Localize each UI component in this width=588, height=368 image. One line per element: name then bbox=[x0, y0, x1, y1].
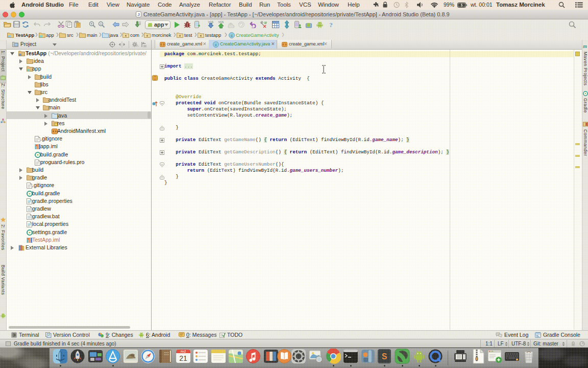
svg-text:21: 21 bbox=[179, 354, 187, 362]
svg-text:?: ? bbox=[329, 21, 333, 28]
svg-text:PAŹ: PAŹ bbox=[181, 350, 186, 353]
svg-text:A: A bbox=[100, 22, 102, 26]
svg-text:S: S bbox=[382, 352, 387, 361]
svg-text:c: c bbox=[215, 42, 217, 47]
svg-text:J: J bbox=[137, 12, 139, 17]
svg-text:VCS: VCS bbox=[218, 20, 224, 24]
svg-text:c: c bbox=[231, 33, 233, 38]
